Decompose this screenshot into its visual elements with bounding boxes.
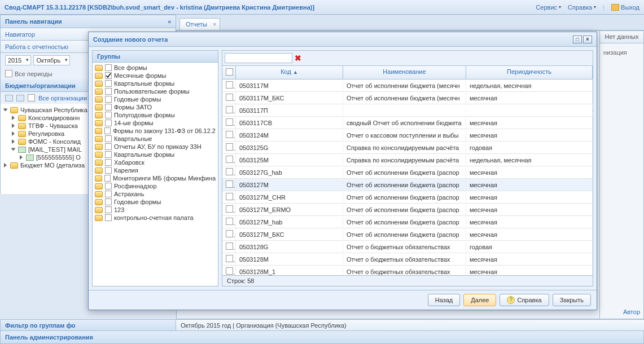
group-item[interactable]: контрольно-счетная палата	[95, 214, 216, 222]
row-checkbox[interactable]	[226, 106, 233, 113]
folder-icon	[95, 144, 103, 150]
col-period[interactable]: Периодичность	[466, 66, 593, 79]
row-checkbox[interactable]	[226, 267, 233, 275]
group-checkbox[interactable]	[105, 191, 112, 197]
group-item[interactable]: Полугодовые формы	[95, 111, 216, 119]
group-item[interactable]: Мониторинги МБ (формы Минфина	[95, 174, 216, 182]
all-periods-checkbox[interactable]	[5, 70, 12, 77]
table-row[interactable]: 0503117МОтчет об исполнении бюджета (мес…	[222, 80, 593, 92]
table-row[interactable]: 0503127МОтчет об исполнении бюджета (рас…	[222, 179, 593, 191]
row-checkbox[interactable]	[226, 242, 233, 250]
row-checkbox[interactable]	[226, 205, 233, 213]
group-checkbox[interactable]	[105, 135, 112, 142]
row-checkbox[interactable]	[226, 255, 233, 262]
group-item[interactable]: Отчеты АУ, БУ по приказу 33Н	[95, 143, 216, 151]
year-combo[interactable]: 2015	[5, 55, 31, 65]
group-item[interactable]: Годовые формы	[95, 198, 216, 206]
table-row[interactable]: 0503117М_БКСОтчет об исполнении бюджета …	[222, 92, 593, 104]
row-checkbox[interactable]	[226, 230, 233, 237]
tab-reports[interactable]: Отчеты ×	[179, 18, 220, 30]
group-item[interactable]: 123	[95, 206, 216, 214]
col-code[interactable]: Код ▲	[236, 66, 343, 79]
col-name[interactable]: Наименование	[343, 66, 466, 79]
table-row[interactable]: 0503128МОтчет о бюджетных обязательствах…	[222, 253, 593, 266]
group-checkbox[interactable]	[105, 80, 112, 87]
select-all-checkbox[interactable]	[222, 66, 236, 79]
row-checkbox[interactable]	[226, 156, 233, 163]
row-checkbox[interactable]	[226, 218, 233, 225]
table-row[interactable]: 0503127М_БКСОтчет об исполнении бюджета …	[222, 228, 593, 241]
close-icon[interactable]: ×	[583, 36, 592, 43]
group-checkbox[interactable]	[105, 206, 112, 213]
group-checkbox[interactable]	[105, 96, 112, 103]
table-row[interactable]: 0503127М_CHRОтчет об исполнении бюджета …	[222, 191, 593, 204]
group-checkbox[interactable]	[105, 167, 112, 174]
group-checkbox[interactable]	[104, 127, 111, 134]
month-combo[interactable]: Октябрь	[33, 55, 70, 65]
group-item[interactable]: Карелия	[95, 166, 216, 174]
table-row[interactable]: 0503127М_ERMOОтчет об исполнении бюджета…	[222, 204, 593, 216]
group-checkbox[interactable]	[105, 183, 112, 189]
row-checkbox[interactable]	[226, 143, 233, 151]
table-row[interactable]: 0503128М_1Отчет о бюджетных обязательств…	[222, 266, 593, 275]
table-row[interactable]: 0503117СВсводный Отчет об исполнении бюд…	[222, 117, 593, 129]
group-item[interactable]: Квартальные формы	[95, 80, 216, 87]
admin-panel-header[interactable]: Панель администрирования	[0, 330, 644, 344]
group-item[interactable]: Астрахань	[95, 190, 216, 198]
service-menu[interactable]: Сервис▾	[536, 4, 561, 11]
collapse-icon[interactable]: «	[168, 19, 171, 25]
group-item[interactable]: Квартальные	[95, 135, 216, 143]
maximize-icon[interactable]: □	[573, 36, 582, 43]
group-checkbox[interactable]	[105, 112, 112, 118]
all-orgs-checkbox[interactable]	[28, 94, 35, 102]
table-row[interactable]: 0503125GСправка по консолидируемым расчё…	[222, 142, 593, 154]
group-item[interactable]: Формы по закону 131-ФЗ от 06.12.2	[95, 127, 216, 135]
group-checkbox[interactable]	[105, 151, 112, 158]
group-checkbox[interactable]	[105, 143, 112, 150]
group-item[interactable]: Формы ЗАТО	[95, 103, 216, 111]
table-row[interactable]: 0503127М_habОтчет об исполнении бюджета …	[222, 216, 593, 228]
group-checkbox[interactable]	[105, 104, 112, 111]
help-menu[interactable]: Справка▾	[568, 4, 596, 11]
refresh-icon[interactable]	[16, 95, 24, 102]
search-input[interactable]	[225, 53, 292, 63]
table-row[interactable]: 0503124МОтчет о кассовом поступлении и в…	[222, 129, 593, 142]
exit-button[interactable]: Выход	[611, 4, 639, 11]
row-checkbox[interactable]	[226, 94, 233, 101]
clear-search-icon[interactable]: ✖	[295, 54, 301, 63]
table-row[interactable]: 0503128GОтчет о бюджетных обязательствах…	[222, 241, 593, 253]
group-item[interactable]: Пользовательские формы	[95, 87, 216, 95]
row-checkbox[interactable]	[226, 168, 233, 175]
group-item[interactable]: Годовые формы	[95, 95, 216, 103]
group-checkbox[interactable]	[104, 175, 111, 182]
row-checkbox[interactable]	[226, 180, 233, 188]
group-checkbox[interactable]	[105, 120, 112, 126]
row-checkbox[interactable]	[226, 131, 233, 138]
back-button[interactable]: Назад	[428, 294, 461, 306]
group-item[interactable]: 14-ые формы	[95, 119, 216, 127]
close-button[interactable]: Закрыть	[553, 294, 591, 306]
group-item[interactable]: Месячные формы	[95, 72, 216, 80]
row-checkbox[interactable]	[226, 193, 233, 200]
group-item[interactable]: Квартальные формы	[95, 151, 216, 158]
group-checkbox[interactable]	[105, 214, 112, 221]
group-checkbox[interactable]	[105, 72, 112, 79]
table-row[interactable]: 0503127G_habОтчет об исполнении бюджета …	[222, 166, 593, 179]
group-item[interactable]: Хабаровск	[95, 158, 216, 166]
group-checkbox[interactable]	[105, 64, 112, 71]
table-row[interactable]: 0503125МСправка по консолидируемым расчё…	[222, 154, 593, 166]
tree-icon[interactable]	[5, 95, 13, 102]
grid-body[interactable]: 0503117МОтчет об исполнении бюджета (мес…	[222, 80, 593, 275]
help-button[interactable]: ?Справка	[500, 294, 549, 306]
close-icon[interactable]: ×	[213, 21, 216, 28]
filter-groups-header[interactable]: Фильтр по группам фо	[0, 319, 176, 332]
group-checkbox[interactable]	[105, 199, 112, 205]
table-row[interactable]: 0503117П	[222, 104, 593, 117]
group-checkbox[interactable]	[105, 159, 112, 166]
next-button[interactable]: Далее	[463, 294, 496, 306]
row-checkbox[interactable]	[226, 118, 233, 126]
group-item[interactable]: Все формы	[95, 64, 216, 72]
group-item[interactable]: Росфиннадзор	[95, 182, 216, 190]
group-checkbox[interactable]	[105, 88, 112, 95]
row-checkbox[interactable]	[226, 81, 233, 89]
